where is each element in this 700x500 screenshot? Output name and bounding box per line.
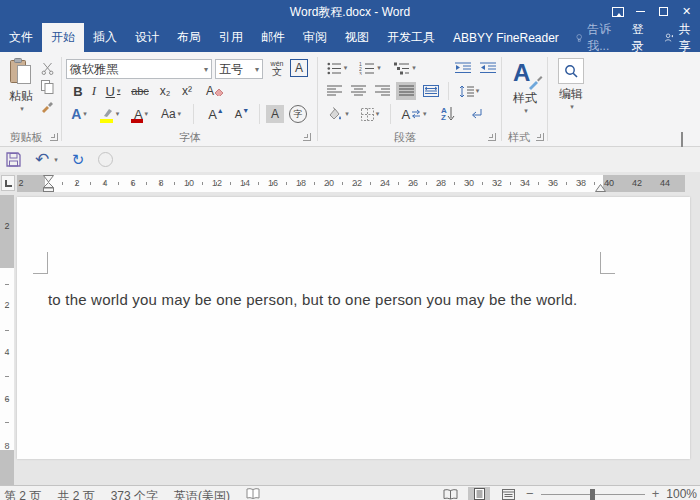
line-spacing-icon	[459, 85, 474, 98]
character-shading-button[interactable]: A	[266, 105, 284, 123]
copy-button[interactable]	[38, 79, 56, 95]
vertical-ruler[interactable]: 2 2 4 6 8	[0, 195, 14, 485]
bullet-list-icon	[327, 62, 342, 75]
format-painter-button[interactable]	[38, 98, 56, 114]
styles-dialog-launcher-icon[interactable]	[536, 133, 544, 141]
hanging-indent-marker[interactable]	[43, 182, 54, 192]
tab-home[interactable]: 开始	[42, 23, 84, 52]
align-right-button[interactable]	[372, 82, 392, 100]
right-indent-marker[interactable]	[595, 184, 606, 192]
increase-indent-button[interactable]	[477, 59, 499, 77]
font-color-button[interactable]: A ▾	[128, 104, 154, 124]
superscript-button[interactable]: x²	[178, 82, 196, 100]
borders-button[interactable]: ▾	[356, 104, 384, 124]
tab-view[interactable]: 视图	[336, 23, 378, 52]
highlight-color-button[interactable]: ▾	[96, 104, 124, 124]
decrease-indent-icon	[455, 62, 471, 74]
line-spacing-button[interactable]: ▾	[455, 82, 483, 100]
ruler-number: 34	[511, 175, 539, 192]
paste-button[interactable]: 粘贴 ▾	[4, 58, 38, 113]
bold-button[interactable]: B	[70, 82, 86, 100]
share-button[interactable]: 共享	[654, 23, 700, 52]
tab-file[interactable]: 文件	[0, 23, 42, 52]
word-count-status[interactable]: 373 个字	[111, 488, 158, 500]
document-text[interactable]: to the world you may be one person, but …	[48, 291, 577, 308]
grow-font-button[interactable]: A▲	[205, 104, 227, 124]
distribute-icon	[423, 85, 439, 97]
tab-developer[interactable]: 开发工具	[378, 23, 444, 52]
font-color-bar	[131, 119, 143, 123]
enclose-characters-button[interactable]: 字	[289, 105, 307, 123]
zoom-slider[interactable]	[541, 494, 645, 495]
tab-insert[interactable]: 插入	[84, 23, 126, 52]
ruler-number: 10	[175, 175, 203, 192]
phonetic-guide-button[interactable]: wén 文	[267, 57, 287, 79]
sort-button[interactable]: A Z	[436, 104, 460, 124]
horizontal-ruler[interactable]: 2 2 4 6 8 10 12 14 16 18 20 22 24 26 28 …	[17, 175, 685, 192]
shrink-font-button[interactable]: A▼	[231, 104, 253, 124]
underline-button[interactable]: U▾	[102, 82, 124, 100]
web-layout-button[interactable]	[497, 487, 519, 500]
close-icon[interactable]: ✕	[678, 3, 695, 20]
distribute-button[interactable]	[420, 82, 442, 100]
show-hide-marks-button[interactable]	[466, 104, 488, 124]
page-number-status[interactable]: 第 2 页	[4, 488, 41, 500]
clipboard-dialog-launcher-icon[interactable]	[50, 133, 58, 141]
italic-button[interactable]: I	[88, 82, 100, 100]
document-page[interactable]: to the world you may be one person, but …	[17, 197, 690, 459]
redo-button[interactable]: ↻	[72, 153, 85, 167]
tab-layout[interactable]: 布局	[168, 23, 210, 52]
font-name-combo[interactable]: 微软雅黑▾	[66, 59, 212, 79]
ribbon-display-options-icon[interactable]	[609, 3, 626, 20]
bullets-button[interactable]: ▾	[324, 59, 350, 77]
cut-button[interactable]	[38, 60, 56, 76]
dropdown-arrow-icon: ▾	[344, 64, 348, 72]
customize-qat-circle-icon[interactable]	[98, 152, 113, 167]
zoom-slider-knob[interactable]	[590, 489, 595, 500]
align-left-button[interactable]	[324, 82, 344, 100]
print-layout-button[interactable]	[468, 487, 490, 500]
maximize-icon[interactable]	[655, 3, 672, 20]
text-effects-button[interactable]: A▾	[66, 104, 92, 124]
zoom-level[interactable]: 100%	[666, 487, 697, 500]
save-button[interactable]	[6, 152, 21, 167]
font-size-combo[interactable]: 五号▾	[215, 59, 263, 79]
font-dialog-launcher-icon[interactable]	[303, 133, 311, 141]
undo-button[interactable]: ↶ ▾	[35, 153, 58, 167]
justify-icon	[399, 85, 414, 97]
subscript-button[interactable]: x₂	[156, 82, 174, 100]
numbering-button[interactable]: 123 ▾	[356, 59, 384, 77]
dropdown-arrow-icon: ▾	[412, 64, 416, 72]
change-case-button[interactable]: Aa▾	[158, 104, 184, 124]
zoom-out-button[interactable]: −	[526, 489, 534, 499]
decrease-indent-button[interactable]	[452, 59, 474, 77]
sign-in-button[interactable]: 登录	[622, 23, 654, 52]
tab-abbyy[interactable]: ABBYY FineReader	[444, 23, 568, 52]
paragraph-dialog-launcher-icon[interactable]	[488, 133, 496, 141]
align-center-button[interactable]	[348, 82, 368, 100]
minimize-icon[interactable]	[632, 3, 649, 20]
tab-review[interactable]: 审阅	[294, 23, 336, 52]
shading-button[interactable]: ▾	[324, 104, 352, 124]
zoom-in-button[interactable]: +	[652, 489, 660, 499]
paint-bucket-icon	[327, 107, 343, 121]
justify-button[interactable]	[396, 82, 416, 100]
ruler-margin-number: 2	[11, 175, 31, 192]
proofing-status-icon[interactable]	[246, 488, 260, 500]
read-mode-button[interactable]	[439, 487, 461, 500]
tell-me-box[interactable]: 告诉我...	[568, 23, 622, 52]
strikethrough-button[interactable]: abc	[128, 82, 152, 100]
collapse-ribbon-icon[interactable]	[681, 134, 683, 148]
tab-mailings[interactable]: 邮件	[252, 23, 294, 52]
character-border-button[interactable]: A	[290, 59, 308, 77]
multilevel-list-button[interactable]: ▾	[390, 59, 420, 77]
asian-layout-button[interactable]: A ▾	[398, 104, 430, 124]
status-bar: 第 2 页 共 2 页 373 个字 英语(美国) − + 100%	[0, 485, 700, 500]
clear-formatting-button[interactable]: A	[204, 82, 226, 100]
language-status[interactable]: 英语(美国)	[174, 488, 230, 500]
tab-design[interactable]: 设计	[126, 23, 168, 52]
styles-button[interactable]: A 样式 ▾	[505, 58, 545, 115]
tab-references[interactable]: 引用	[210, 23, 252, 52]
editing-button[interactable]: 编辑 ▾	[552, 58, 590, 111]
page-total-status[interactable]: 共 2 页	[57, 488, 94, 500]
